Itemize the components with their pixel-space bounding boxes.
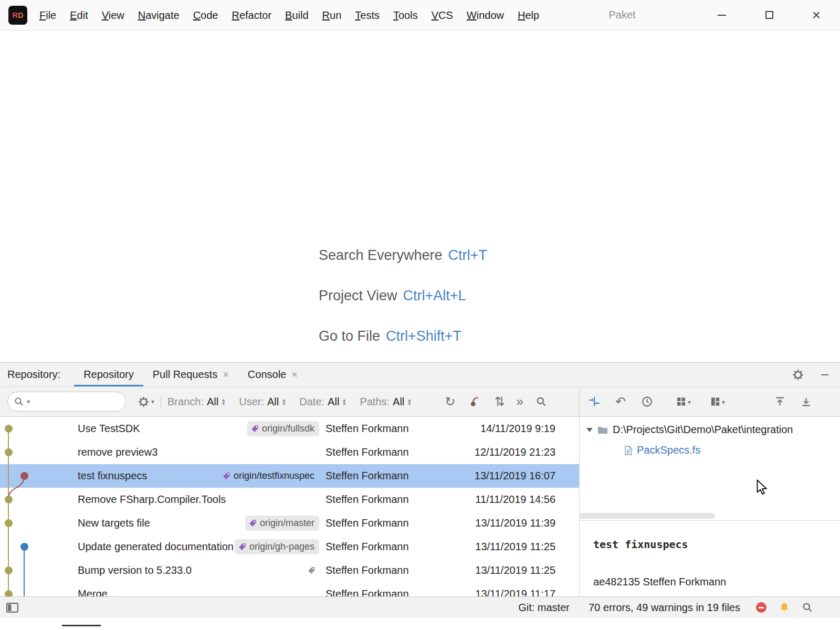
spinner-icon: ▴▾: [222, 398, 225, 405]
commit-message: Update generated documentation: [78, 541, 234, 553]
menu-navigate[interactable]: Navigate: [131, 0, 186, 30]
menu-file[interactable]: File: [33, 0, 63, 30]
close-button[interactable]: ×: [793, 0, 840, 30]
commit-row[interactable]: Use TestSDK origin/fullsdk Steffen Forkm…: [0, 417, 579, 440]
toolwindow-toggle-icon[interactable]: [6, 603, 18, 613]
pane-divider: [580, 520, 840, 521]
changed-files-root[interactable]: D:\Projects\Git\Demo\Paket\integration: [586, 424, 838, 436]
more-actions-icon[interactable]: »: [517, 395, 523, 408]
log-search-input[interactable]: ▾: [7, 392, 126, 412]
menu-view[interactable]: View: [95, 0, 131, 30]
menu-run[interactable]: Run: [316, 0, 349, 30]
vcs-toolbar: ▾ ▾ Branch: All ▴▾ User: All ▴▾ Date: Al…: [0, 386, 840, 417]
refresh-icon[interactable]: ↻: [445, 395, 455, 408]
problems-widget[interactable]: 70 errors, 49 warnings in 19 files: [589, 602, 740, 614]
hint-shortcut: Ctrl+Shift+T: [386, 328, 461, 344]
filter-label: Paths:: [360, 396, 390, 408]
graph-commit-dot: [20, 472, 28, 480]
root-path-label: D:\Projects\Git\Demo\Paket\integration: [613, 424, 793, 436]
commit-cell: Merge ...: [78, 588, 326, 596]
commit-date: 13/11/2019 11:25: [460, 564, 579, 576]
commit-cell: test fixnuspecs origin/testfixnuspec: [78, 468, 326, 484]
tab-repository[interactable]: Repository: [74, 363, 143, 386]
analysis-off-icon[interactable]: [756, 602, 766, 613]
gear-icon: [138, 396, 150, 408]
tab-console[interactable]: Console ×: [238, 363, 307, 386]
rider-logo: RD: [8, 6, 27, 25]
maximize-button[interactable]: [746, 0, 793, 30]
menu-window[interactable]: Window: [460, 0, 511, 30]
menu-tests[interactable]: Tests: [348, 0, 386, 30]
commit-message: remove preview3: [78, 446, 158, 458]
branch-tag[interactable]: origin/gh-pages: [235, 539, 319, 554]
close-tab-icon[interactable]: ×: [291, 369, 298, 381]
hide-toolwindow-icon[interactable]: [821, 374, 828, 375]
commit-row[interactable]: New targets file origin/master Steffen F…: [0, 511, 579, 535]
commit-date: 13/11/2019 11:17: [460, 588, 579, 596]
tag-label: origin/fullsdk: [262, 423, 314, 434]
chevron-down-icon[interactable]: [586, 428, 593, 432]
menu-help[interactable]: Help: [511, 0, 546, 30]
commit-row[interactable]: remove preview3 Steffen Forkmann 12/11/2…: [0, 440, 579, 464]
hint-shortcut: Ctrl+Alt+L: [403, 288, 466, 303]
commit-row-selected[interactable]: test fixnuspecs origin/testfixnuspec Ste…: [0, 464, 579, 488]
commit-message: New targets file: [78, 517, 150, 529]
hint-label: Search Everywhere: [319, 247, 443, 263]
menu-vcs[interactable]: VCS: [425, 0, 460, 30]
group-by-icon[interactable]: ▾: [676, 397, 691, 407]
menu-bar: RD File Edit View Navigate Code Refactor…: [0, 0, 840, 30]
menu-code[interactable]: Code: [186, 0, 225, 30]
history-icon[interactable]: [642, 396, 653, 407]
gear-icon[interactable]: [792, 369, 804, 381]
commit-row[interactable]: Bump version to 5.233.0 Steffen Forkmann…: [0, 559, 579, 582]
rollback-icon[interactable]: ↶: [615, 394, 626, 409]
tag-label: origin/master: [260, 518, 314, 529]
vcs-tabs: Repository Pull Requests × Console ×: [74, 363, 307, 386]
paths-filter[interactable]: Paths: All ▴▾: [360, 396, 411, 408]
git-branch-widget[interactable]: Git: master: [518, 602, 570, 614]
changed-file-item[interactable]: PackSpecs.fs: [624, 444, 700, 456]
bottom-strip: [0, 618, 840, 630]
branch-tag[interactable]: origin/master: [245, 516, 319, 531]
horizontal-scrollbar[interactable]: [580, 513, 715, 519]
version-tag[interactable]: [307, 563, 316, 578]
view-options-icon[interactable]: ▾: [710, 397, 725, 407]
commit-details-panel: D:\Projects\Git\Demo\Paket\integration P…: [579, 417, 840, 596]
menu-tools[interactable]: Tools: [386, 0, 425, 30]
compare-icon[interactable]: [588, 395, 601, 408]
branch-filter[interactable]: Branch: All ▴▾: [167, 396, 225, 408]
commit-message: Merge ...: [78, 588, 119, 596]
filter-value: All: [267, 396, 279, 408]
tab-pull-requests[interactable]: Pull Requests ×: [143, 363, 238, 386]
expand-all-icon[interactable]: [774, 396, 785, 407]
collapse-all-icon[interactable]: [801, 396, 812, 407]
commit-details-meta: ae482135 Steffen Forkmann: [593, 576, 726, 588]
sort-icon[interactable]: ⇅: [494, 395, 505, 408]
cherry-pick-icon[interactable]: [469, 396, 480, 407]
graph-commit-dot: [5, 566, 13, 574]
commit-row[interactable]: Merge ... Steffen Forkmann 13/11/2019 11…: [0, 582, 579, 596]
menu-edit[interactable]: Edit: [63, 0, 94, 30]
user-filter[interactable]: User: All ▴▾: [239, 396, 285, 408]
tag-icon: [307, 566, 316, 575]
folder-icon: [597, 426, 608, 434]
vcs-toolwindow-header: Repository: Repository Pull Requests × C…: [0, 362, 840, 386]
menu-refactor[interactable]: Refactor: [225, 0, 278, 30]
search-status-icon[interactable]: [802, 602, 813, 613]
chevron-down-icon: ▾: [151, 398, 154, 405]
commit-row[interactable]: Remove FSharp.Compiler.Tools Steffen For…: [0, 488, 579, 511]
date-filter[interactable]: Date: All ▴▾: [299, 396, 345, 408]
window-controls: ×: [698, 0, 840, 30]
menu-build[interactable]: Build: [278, 0, 315, 30]
branch-tag[interactable]: origin/testfixnuspec: [219, 468, 319, 484]
minimize-button[interactable]: [698, 0, 746, 30]
tag-icon: [250, 424, 259, 433]
log-settings-button[interactable]: ▾: [138, 396, 154, 408]
branch-tag[interactable]: origin/fullsdk: [247, 421, 319, 436]
commit-cell: Use TestSDK origin/fullsdk: [78, 421, 326, 436]
commit-cell: New targets file origin/master: [78, 516, 326, 531]
commit-row[interactable]: Update generated documentation origin/gh…: [0, 535, 579, 559]
go-to-hash-icon[interactable]: [536, 396, 547, 407]
notifications-icon[interactable]: [779, 602, 790, 613]
close-tab-icon[interactable]: ×: [223, 369, 229, 381]
